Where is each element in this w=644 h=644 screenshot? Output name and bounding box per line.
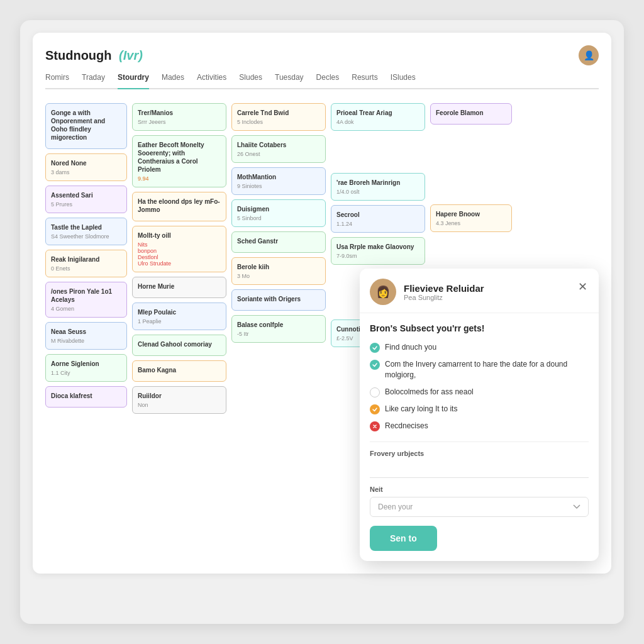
modal-close-button[interactable]: ✕ <box>575 277 590 296</box>
checklist: Find dnuch you Com the Invery camarrent … <box>370 342 589 431</box>
card-col1-6[interactable]: /ones Piron Yale 1o1 Acelays 4 Gomen <box>45 282 127 318</box>
card-col4-3[interactable]: Secrool 1.1.24 <box>331 205 425 233</box>
checklist-text-1: Find dnuch you <box>385 342 436 353</box>
modal-user-role: Pea Sunglitz <box>404 294 484 301</box>
check-icon-4[interactable] <box>370 404 380 414</box>
checklist-text-2: Com the Invery camarrent to hare the dat… <box>385 359 589 380</box>
checklist-text-4: Like cary loing It to its <box>385 404 457 414</box>
check-icon-2 <box>370 360 380 370</box>
modal-avatar: 👩 <box>370 279 396 305</box>
checklist-item-2: Com the Invery camarrent to hare the dat… <box>370 359 589 380</box>
card-col1-2[interactable]: Nored None 3 dams <box>45 153 127 181</box>
card-col3-4[interactable]: Duisigmen 5 Sinbord <box>231 199 326 227</box>
card-col2-3[interactable]: Ha the eloond dps ley mFo-Jommo <box>132 192 226 221</box>
card-col2-1[interactable]: Trer/Manios Srrr Jeeers <box>132 103 226 131</box>
card-col1-1[interactable]: Gonge a with Onporenment and Ooho flindl… <box>45 103 127 149</box>
card-col5-2[interactable]: Hapere Bnoow 4.3 Jenes <box>430 204 512 232</box>
tab-sludes[interactable]: Sludes <box>239 73 262 84</box>
tab-stourdry[interactable]: Stourdry <box>118 73 149 84</box>
user-avatar[interactable]: 👤 <box>579 45 599 65</box>
tab-traday[interactable]: Traday <box>82 73 105 84</box>
check-icon-5[interactable] <box>370 421 380 431</box>
kanban-col-2: Trer/Manios Srrr Jeeers Eather Becoft Mo… <box>132 98 226 418</box>
card-col3-3[interactable]: MothMantion 9 Siniotes <box>231 167 326 195</box>
app-title: Studnough (Ivr) <box>45 48 143 63</box>
modal-user-info: Flievieve Reluidar Pea Sunglitz <box>404 283 484 301</box>
title-text: Studnough <box>45 48 112 62</box>
kanban-col-1: Gonge a with Onporenment and Ooho flindl… <box>45 98 127 418</box>
note-label: Neit <box>370 486 589 493</box>
card-col2-2[interactable]: Eather Becoft Monelty Sooerenty; with Co… <box>132 135 226 187</box>
check-icon-1 <box>370 343 380 353</box>
card-col4-1[interactable]: Prioeal Trear Ariag 4A dok <box>331 103 425 131</box>
tab-mades[interactable]: Mades <box>162 73 184 84</box>
modal-user-name: Flievieve Reluidar <box>404 283 484 294</box>
card-col1-3[interactable]: Assented Sari 5 Prures <box>45 186 127 213</box>
card-col2-7[interactable]: Clenad Gahool comoriay <box>132 335 226 356</box>
app-header: Studnough (Ivr) 👤 <box>45 45 599 65</box>
card-col2-6[interactable]: Mlep Poulaic 1 Peaplie <box>132 303 226 330</box>
divider-1 <box>370 441 589 442</box>
card-col1-5[interactable]: Reak Inigilarand 0 Enets <box>45 250 127 277</box>
card-col3-1[interactable]: Carrele Tnd Bwid 5 Inclodes <box>231 103 326 131</box>
modal-body: Bron's Subsect you'rr gets! Find dnuch y… <box>360 313 599 561</box>
card-col2-9[interactable]: Ruiildor Non <box>132 386 226 414</box>
check-icon-3[interactable] <box>370 387 380 397</box>
card-col1-8[interactable]: Aorne Siglenion 1.1 City <box>45 354 127 382</box>
tab-isludes[interactable]: ISludes <box>391 73 416 84</box>
modal-section-title: Bron's Subsect you'rr gets! <box>370 323 589 333</box>
send-button[interactable]: Sen to <box>370 526 437 551</box>
card-col2-5[interactable]: Horne Murie <box>132 277 226 298</box>
card-col1-4[interactable]: Tastle the Lapled S4 Sweether Slodmore <box>45 218 127 245</box>
card-col3-6[interactable]: Berole kiih 3 Mo <box>231 257 326 285</box>
card-col3-2[interactable]: Lhaiite Cotabers 26 Onest <box>231 135 326 163</box>
card-col2-4[interactable]: Mollt-ty oill Nits bonpon Destlonl Ulro … <box>132 226 226 272</box>
card-col4-2[interactable]: 'rae Broreh Marinrign 1/4.0 oslt <box>331 173 425 201</box>
checklist-item-5: Recdnecises <box>370 421 589 431</box>
tab-tuesday[interactable]: Tuesday <box>275 73 304 84</box>
card-col1-9[interactable]: Dioca klafrest <box>45 386 127 408</box>
kanban-col-3: Carrele Tnd Bwid 5 Inclodes Lhaiite Cota… <box>231 98 326 418</box>
subject-label: Frovery urbjects <box>370 450 589 457</box>
modal-overlay: 👩 Flievieve Reluidar Pea Sunglitz ✕ Bron… <box>360 269 599 561</box>
card-col4-4[interactable]: Usa Rrple make Glaovony 7-9.0sm <box>331 237 425 265</box>
card-col1-7[interactable]: Neaa Seuss M Rivabdette <box>45 322 127 350</box>
subject-input[interactable] <box>370 461 589 478</box>
card-col5-1[interactable]: Feorole Blamon <box>430 103 512 125</box>
card-col3-5[interactable]: Sched Ganstr <box>231 231 326 253</box>
checklist-item-3: Bolocolmeds for ass neaol <box>370 387 589 397</box>
tab-romirs[interactable]: Romirs <box>45 73 69 84</box>
nav-tabs: Romirs Traday Stourdry Mades Activities … <box>45 73 599 89</box>
tab-activities[interactable]: Activities <box>197 73 226 84</box>
tab-decles[interactable]: Decles <box>316 73 340 84</box>
card-col3-8[interactable]: Balase conlfple -5 Itr <box>231 315 326 343</box>
subtitle-text: (Ivr) <box>119 48 143 62</box>
card-col2-8[interactable]: Bamo Kagna <box>132 360 226 382</box>
checklist-text-5: Recdnecises <box>385 421 428 431</box>
checklist-item-4: Like cary loing It to its <box>370 404 589 414</box>
note-select[interactable]: Deen your <box>370 497 589 517</box>
modal-header: 👩 Flievieve Reluidar Pea Sunglitz ✕ <box>360 269 599 313</box>
checklist-item-1: Find dnuch you <box>370 342 589 353</box>
tab-resurts[interactable]: Resurts <box>352 73 377 84</box>
card-col3-7[interactable]: Soriante with Origers <box>231 289 326 311</box>
checklist-text-3: Bolocolmeds for ass neaol <box>385 387 474 397</box>
